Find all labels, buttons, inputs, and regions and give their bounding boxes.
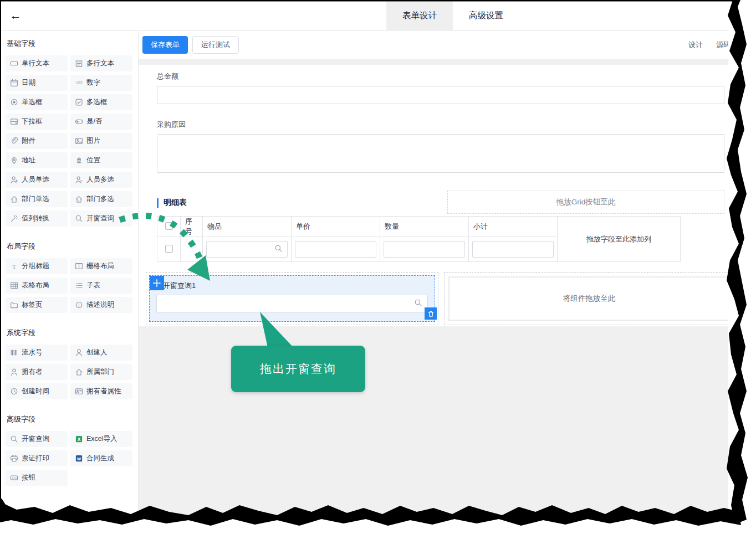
- palette-item-label: Excel导入: [86, 434, 118, 444]
- image-icon: [74, 137, 83, 146]
- palette-item-单选框[interactable]: 单选框: [6, 94, 68, 110]
- palette-item-合同生成[interactable]: W合同生成: [70, 450, 132, 466]
- excel-icon: X: [74, 435, 83, 444]
- palette-item-表格布局[interactable]: 表格布局: [6, 278, 68, 294]
- component-row-container: 开窗查询1: [146, 272, 438, 325]
- palette-item-label: 描述说明: [86, 300, 114, 310]
- palette-item-label: 创建时间: [22, 387, 49, 396]
- checkbox-icon: [74, 98, 83, 107]
- palette-item-标签页[interactable]: 标签页: [6, 297, 68, 313]
- move-handle[interactable]: [150, 276, 164, 290]
- dept-multi-icon: [74, 195, 83, 204]
- save-form-button[interactable]: 保存表单: [142, 36, 188, 54]
- run-test-button[interactable]: 运行测试: [192, 36, 239, 54]
- cell-input-小计[interactable]: [472, 241, 554, 258]
- palette-item-附件[interactable]: 附件: [6, 133, 68, 149]
- delete-component-button[interactable]: [425, 307, 437, 320]
- palette-item-多选框[interactable]: 多选框: [70, 94, 132, 110]
- palette-item-label: 票证打印: [22, 454, 49, 463]
- component-dropzone[interactable]: 将组件拖放至此: [444, 272, 734, 325]
- palette-item-图片[interactable]: 图片: [70, 133, 132, 149]
- palette-item-是/否[interactable]: 是/否: [70, 114, 132, 130]
- palette-section-title: 系统字段: [7, 328, 132, 338]
- palette-section: 布局字段T分组标题栅格布局表格布局子表标签页描述说明: [6, 242, 132, 313]
- palette-item-label: 所属部门: [86, 367, 114, 377]
- palette-item-人员多选[interactable]: 人员多选: [70, 172, 132, 188]
- palette-item-创建人[interactable]: 创建人: [70, 345, 132, 361]
- palette-item-创建时间[interactable]: 创建时间: [6, 383, 68, 399]
- cell-input-单价[interactable]: [295, 241, 376, 258]
- grid-button-dropzone[interactable]: 拖放Grid按钮至此: [447, 191, 724, 214]
- search-icon: [274, 244, 283, 254]
- id-card-icon: [74, 387, 83, 396]
- palette-item-开窗查询[interactable]: 开窗查询: [70, 210, 132, 227]
- palette-item-下拉框[interactable]: 下拉框: [6, 114, 68, 130]
- table-layout-icon: [9, 281, 18, 290]
- column-header: 物品: [203, 217, 292, 237]
- palette-item-Excel导入[interactable]: XExcel导入: [70, 431, 132, 447]
- row-seq-cell: [181, 237, 203, 262]
- window-query-component[interactable]: 开窗查询1: [149, 275, 435, 322]
- palette-item-人员单选[interactable]: 人员单选: [6, 172, 68, 188]
- palette-item-label: 开窗查询: [86, 214, 114, 223]
- radio-icon: [9, 98, 18, 107]
- form-canvas: 总金额 采购原因 明细表 拖放Grid按钮至此 序号物品单价数量小计拖放字段至此…: [139, 59, 756, 534]
- palette-item-label: 位置: [86, 156, 100, 165]
- palette-item-拥有者[interactable]: 拥有者: [6, 364, 68, 380]
- palette-section-title: 基础字段: [7, 39, 132, 49]
- palette-section-title: 布局字段: [7, 242, 132, 251]
- tab-advanced-settings[interactable]: 高级设置: [453, 0, 519, 31]
- svg-text:W: W: [76, 456, 81, 461]
- dept-single-icon: [9, 195, 18, 204]
- search-icon: [414, 299, 422, 309]
- palette-item-label: 标签页: [22, 300, 43, 310]
- source-view-link[interactable]: 源码: [716, 40, 731, 50]
- window-query-input[interactable]: [156, 295, 428, 312]
- select-icon: [9, 117, 18, 126]
- palette-item-流水号[interactable]: 流水号: [6, 345, 68, 361]
- row-cell-单价: [292, 237, 380, 262]
- palette-item-所属部门[interactable]: 所属部门: [70, 364, 132, 380]
- palette-item-分组标题[interactable]: T分组标题: [6, 258, 68, 274]
- palette-item-label: 开窗查询: [22, 434, 49, 444]
- palette-item-栅格布局[interactable]: 栅格布局: [70, 258, 132, 274]
- row-checkbox[interactable]: [165, 245, 173, 253]
- palette-item-日期[interactable]: 日期: [6, 75, 68, 91]
- palette-item-label: 下拉框: [22, 117, 43, 126]
- palette-item-票证打印[interactable]: 票证打印: [6, 450, 68, 466]
- person-single-icon: [9, 176, 18, 184]
- design-view-link[interactable]: 设计: [688, 40, 703, 50]
- palette-item-按钮[interactable]: BTN按钮: [6, 470, 68, 486]
- palette-item-单行文本[interactable]: 单行文本: [6, 55, 68, 71]
- palette-item-位置[interactable]: 位置: [70, 152, 132, 168]
- total-amount-input[interactable]: [157, 86, 724, 104]
- palette-item-部门单选[interactable]: 部门单选: [6, 191, 68, 207]
- add-column-dropzone[interactable]: 拖放字段至此添加列: [558, 217, 681, 262]
- transform-wand-icon: [9, 214, 18, 223]
- date-icon: [9, 79, 18, 88]
- field-label: 采购原因: [157, 120, 724, 130]
- cell-input-物品[interactable]: [206, 241, 288, 258]
- tab-form-design[interactable]: 表单设计: [386, 0, 453, 31]
- palette-item-描述说明[interactable]: 描述说明: [70, 297, 132, 313]
- palette-item-数字[interactable]: 123数字: [70, 75, 132, 91]
- palette-item-子表[interactable]: 子表: [70, 278, 132, 294]
- palette-item-部门多选[interactable]: 部门多选: [70, 191, 132, 207]
- cell-input-数量[interactable]: [384, 241, 465, 258]
- row-cell-数量: [380, 237, 469, 262]
- form-panel: 总金额 采购原因 明细表 拖放Grid按钮至此 序号物品单价数量小计拖放字段至此…: [139, 65, 756, 326]
- palette-item-地址[interactable]: 地址: [6, 152, 68, 168]
- purchase-reason-textarea[interactable]: [157, 134, 724, 173]
- palette-item-label: 按钮: [22, 473, 35, 482]
- back-button[interactable]: ←: [0, 0, 31, 31]
- svg-text:X: X: [77, 437, 80, 442]
- button-icon: BTN: [9, 474, 18, 482]
- select-all-checkbox[interactable]: [165, 222, 173, 230]
- group-title-icon: T: [9, 262, 18, 271]
- column-header: 小计: [469, 217, 558, 237]
- palette-item-多行文本[interactable]: 多行文本: [70, 55, 132, 71]
- palette-item-值列转换[interactable]: 值列转换: [6, 210, 68, 227]
- palette-item-label: 部门多选: [86, 194, 114, 204]
- palette-item-开窗查询[interactable]: 开窗查询: [6, 431, 68, 447]
- palette-item-拥有者属性[interactable]: 拥有者属性: [70, 383, 132, 399]
